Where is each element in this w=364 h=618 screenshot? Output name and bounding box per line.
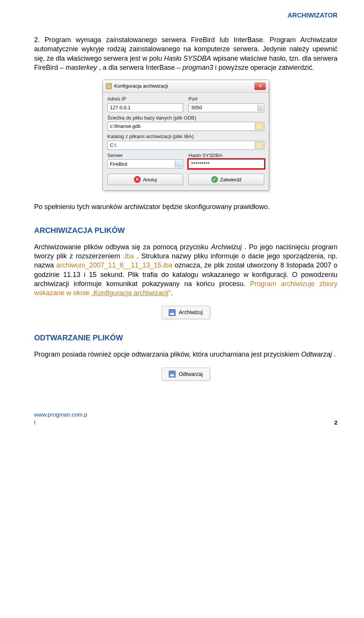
label-port: Port xyxy=(188,96,264,102)
button-ref: Archiwizuj xyxy=(211,243,242,251)
cancel-button[interactable]: ✕ Anuluj xyxy=(107,174,183,185)
password-value: ********* xyxy=(191,160,210,168)
text: i powyższe operacje zatwierdzić. xyxy=(215,64,314,71)
label-ip: Adres IP xyxy=(107,96,183,102)
text: . xyxy=(171,289,173,297)
confirm-button[interactable]: ✓ Zatwierdź xyxy=(188,174,264,185)
config-dialog: Konfiguracja archiwizacji ✕ Adres IP 127… xyxy=(102,80,269,191)
close-button[interactable]: ✕ xyxy=(254,82,266,90)
save-icon xyxy=(169,309,176,316)
text: . xyxy=(334,351,336,358)
server-combo[interactable]: FireBird xyxy=(107,159,183,168)
dialog-screenshot: Konfiguracja archiwizacji ✕ Adres IP 127… xyxy=(34,80,337,191)
value-ref: progman3 xyxy=(182,64,213,71)
dialog-title: Konfiguracja archiwizacji xyxy=(114,83,168,90)
button-ref: Odtwarzaj xyxy=(301,351,332,358)
value-ref: masterkey xyxy=(66,64,97,71)
archdir-field[interactable]: C:\ xyxy=(107,141,264,150)
section-restore-title: ODTWARZANIE PLIKÓW xyxy=(34,333,337,343)
password-field[interactable]: ********* xyxy=(188,159,264,168)
restore-button-wrap: Odtwarzaj xyxy=(34,368,337,381)
port-spinner[interactable]: 3050 xyxy=(188,103,264,112)
filename-ref: archiwum_2007_11_8__11_13_15.iba xyxy=(56,261,172,269)
page-footer: www.progman.com.p l 2 xyxy=(34,411,337,426)
cancel-label: Anuluj xyxy=(143,176,157,183)
restore-button-label: Odtwarzaj xyxy=(179,371,202,378)
config-link: Konfiguracja archiwizacji xyxy=(94,289,168,297)
section-archive-title: ARCHIWIZACJA PLIKÓW xyxy=(34,225,337,236)
close-icon: ✕ xyxy=(258,83,262,90)
label-server: Serwer xyxy=(107,152,183,159)
paragraph-archive: Archiwizowanie plików odbywa się za pomo… xyxy=(34,242,337,298)
label-archdir: Katalog z plikami archiwizacji (pliki IB… xyxy=(107,133,264,140)
text: Program posiada również opcje odtwarzani… xyxy=(34,351,301,358)
footer-url: www.progman.com.p l xyxy=(34,411,87,426)
archive-button-label: Archiwizuj xyxy=(179,309,202,316)
ok-icon: ✓ xyxy=(211,176,218,183)
text: Archiwizowanie plików odbywa się za pomo… xyxy=(34,243,211,251)
footer-url-line2: l xyxy=(34,419,87,426)
page-number: 2 xyxy=(334,419,337,426)
ip-field[interactable]: 127.0.0.1 xyxy=(107,103,183,112)
titlebar: Konfiguracja archiwizacji ✕ xyxy=(103,80,269,93)
page-header: ARCHIWIZATOR xyxy=(34,11,337,20)
restore-button[interactable]: Odtwarzaj xyxy=(162,368,210,381)
text: , a dla serwera InterBase – xyxy=(99,64,182,71)
paragraph-intro: 2. Program wymaga zainstalowanego serwer… xyxy=(34,35,337,72)
archive-button-wrap: Archiwizuj xyxy=(34,306,337,319)
confirm-label: Zatwierdź xyxy=(220,176,242,183)
ext-ref: .iba xyxy=(123,252,134,260)
archive-button[interactable]: Archiwizuj xyxy=(162,306,210,319)
label-password: Hasło SYSDBA xyxy=(188,152,264,159)
dbpath-field[interactable]: c:\finanse.gdb xyxy=(107,122,264,131)
app-icon xyxy=(106,83,112,89)
paragraph-after-dialog: Po spełnieniu tych warunków archiwizator… xyxy=(34,202,337,211)
cancel-icon: ✕ xyxy=(134,176,141,183)
field-ref: Hasło SYSDBA xyxy=(164,55,211,62)
label-dbpath: Ścieżka do pliku bazy danych (plik GDB) xyxy=(107,115,264,121)
paragraph-restore: Program posiada również opcje odtwarzani… xyxy=(34,350,337,359)
footer-url-line1: www.progman.com.p xyxy=(34,411,87,418)
restore-icon xyxy=(169,371,176,377)
